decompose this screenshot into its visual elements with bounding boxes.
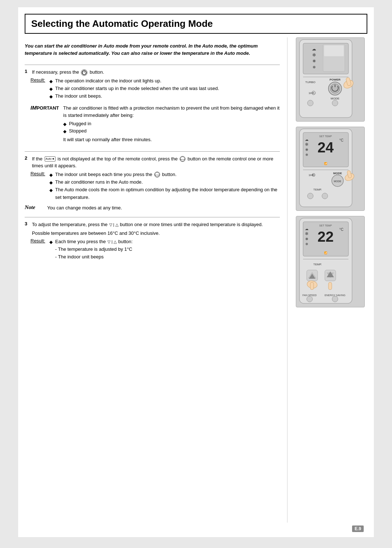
svg-text:❄: ❄ bbox=[313, 65, 316, 69]
svg-text:☁: ☁ bbox=[305, 227, 309, 231]
step-1-result-items: ◆ The operation indicator on the indoor … bbox=[49, 77, 219, 101]
step-1-number: 1 bbox=[25, 69, 30, 74]
title-bar: Selecting the Automatic Operating Mode bbox=[25, 14, 367, 34]
auto-icon: Auto◄ bbox=[45, 156, 56, 161]
svg-text:22: 22 bbox=[318, 229, 334, 245]
svg-text:❄: ❄ bbox=[305, 231, 309, 236]
svg-text:POWER: POWER bbox=[330, 78, 340, 81]
result-item: ◆ The air conditioner starts up in the m… bbox=[49, 85, 219, 93]
step-1-header: 1 If necessary, press the button. bbox=[25, 69, 280, 76]
svg-text:MODE: MODE bbox=[331, 97, 339, 100]
step-2-result-label: Result: bbox=[30, 171, 46, 201]
step-2-result: Result: ◆ The indoor unit beeps each tim… bbox=[30, 171, 280, 201]
result-item: ◆ Each time you press the ▽ | △ button: bbox=[49, 238, 132, 246]
important-item: ◆ Plugged in bbox=[63, 120, 280, 127]
intro-paragraph: You can start the air conditioner in Aut… bbox=[25, 42, 280, 60]
svg-text:❋: ❋ bbox=[313, 59, 316, 63]
step-1-body: If necessary, press the button. bbox=[32, 69, 104, 76]
note-section: Note You can change modes at any time. bbox=[25, 204, 280, 212]
svg-text:TEMP.: TEMP. bbox=[313, 263, 322, 266]
svg-text:📶: 📶 bbox=[324, 162, 327, 165]
svg-rect-67 bbox=[310, 282, 314, 290]
step-2-header: 2 If the Auto◄ is not displayed at the t… bbox=[25, 155, 280, 169]
result-item: ◆ The air conditioner runs in the Auto m… bbox=[49, 179, 280, 186]
svg-point-47 bbox=[322, 193, 328, 199]
svg-text:❋: ❋ bbox=[305, 237, 308, 241]
svg-point-25 bbox=[307, 100, 313, 106]
step-1-result: Result: ◆ The operation indicator on the… bbox=[30, 77, 280, 101]
svg-text:MODE: MODE bbox=[334, 180, 342, 183]
svg-text:❋: ❋ bbox=[305, 148, 308, 152]
svg-text:❄: ❄ bbox=[312, 52, 316, 58]
step-3-result-items: ◆ Each time you press the ▽ | △ button: … bbox=[49, 238, 132, 261]
remote-illustration-3: SET TEMP 22 °C ☁ ❄ ❋ ❄ 📶 TEMP. bbox=[296, 216, 365, 307]
result-item: ◆ The Auto mode cools the room in optimu… bbox=[49, 186, 280, 201]
svg-text:°C: °C bbox=[339, 228, 343, 232]
step-2-number: 2 bbox=[25, 155, 30, 161]
result-item: ◆ The indoor unit beeps each time you pr… bbox=[49, 171, 280, 179]
note-text: You can change modes at any time. bbox=[47, 204, 122, 212]
power-button-icon bbox=[81, 69, 87, 76]
step-3-body: To adjust the temperature, press the ▽ |… bbox=[32, 221, 263, 237]
temp-icon-inline: ▽ | △ bbox=[107, 239, 117, 245]
right-column: ☁ ❄ ❋ ❄ TURBO POWER bbox=[287, 37, 367, 523]
svg-text:SET TEMP: SET TEMP bbox=[319, 224, 332, 227]
svg-text:☁: ☁ bbox=[312, 46, 316, 52]
important-section: IMPORTANT The air conditioner is fitted … bbox=[30, 103, 280, 145]
svg-text:°C: °C bbox=[339, 138, 343, 142]
svg-text:24: 24 bbox=[318, 139, 334, 155]
svg-rect-68 bbox=[328, 282, 332, 290]
svg-text:❄: ❄ bbox=[305, 242, 308, 246]
svg-text:MODE: MODE bbox=[180, 159, 185, 160]
svg-point-71 bbox=[307, 296, 313, 302]
svg-point-72 bbox=[332, 296, 338, 302]
mode-icon: MODE bbox=[180, 156, 185, 162]
remote-illustration-2: SET TEMP 24 °C ☁ ❄ ❋ ❄ 📶 1HR. bbox=[296, 127, 365, 211]
page-number: E.9 bbox=[352, 525, 364, 532]
step-2-body: If the Auto◄ is not displayed at the top… bbox=[32, 155, 280, 169]
page-title: Selecting the Automatic Operating Mode bbox=[31, 18, 361, 29]
svg-text:❄: ❄ bbox=[305, 153, 308, 157]
remote-illustration-1: ☁ ❄ ❋ ❄ TURBO POWER bbox=[296, 37, 365, 122]
step-2-section: 2 If the Auto◄ is not displayed at the t… bbox=[25, 151, 280, 217]
svg-text:TEMP.: TEMP. bbox=[313, 188, 322, 191]
note-label: Note bbox=[25, 204, 44, 210]
svg-point-26 bbox=[332, 100, 338, 106]
page: Selecting the Automatic Operating Mode Y… bbox=[18, 7, 374, 537]
svg-text:SET TEMP: SET TEMP bbox=[319, 135, 332, 138]
svg-text:MODE: MODE bbox=[333, 172, 342, 175]
step-3-result: Result: ◆ Each time you press the ▽ | △ … bbox=[30, 238, 280, 261]
result-item: ◆ The indoor unit beeps. bbox=[49, 93, 219, 100]
step-3-result-label: Result: bbox=[30, 238, 46, 261]
important-body: The air conditioner is fitted with a pro… bbox=[63, 105, 280, 143]
step-3-number: 3 bbox=[25, 221, 30, 226]
step-3-section: 3 To adjust the temperature, press the ▽… bbox=[25, 217, 280, 265]
svg-text:MODE: MODE bbox=[155, 174, 159, 176]
svg-rect-13 bbox=[324, 45, 344, 56]
result-item: ◆ The operation indicator on the indoor … bbox=[49, 77, 219, 85]
step-2-result-items: ◆ The indoor unit beeps each time you pr… bbox=[49, 171, 280, 201]
temp-down-up-icon: ▽ | △ bbox=[109, 222, 118, 228]
important-item: ◆ Stopped bbox=[63, 127, 280, 135]
svg-text:📶: 📶 bbox=[324, 251, 327, 254]
left-column: You can start the air conditioner in Aut… bbox=[25, 37, 287, 523]
svg-point-46 bbox=[307, 193, 313, 199]
mode-icon-inline: MODE bbox=[154, 172, 160, 177]
page-number-container: E.9 bbox=[18, 526, 374, 537]
step-3-header: 3 To adjust the temperature, press the ▽… bbox=[25, 221, 280, 237]
svg-text:❄: ❄ bbox=[305, 142, 309, 147]
main-content: You can start the air conditioner in Aut… bbox=[18, 34, 374, 526]
svg-text:TURBO: TURBO bbox=[305, 81, 315, 84]
step-1-section: 1 If necessary, press the button. bbox=[25, 65, 280, 151]
important-label: IMPORTANT bbox=[30, 105, 60, 143]
svg-text:☁: ☁ bbox=[305, 138, 309, 142]
step-1-result-label: Result: bbox=[30, 77, 46, 101]
